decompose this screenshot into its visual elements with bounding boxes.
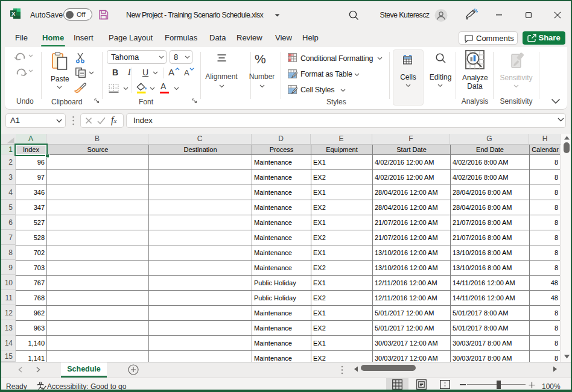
svg-text:X: X — [11, 10, 16, 17]
